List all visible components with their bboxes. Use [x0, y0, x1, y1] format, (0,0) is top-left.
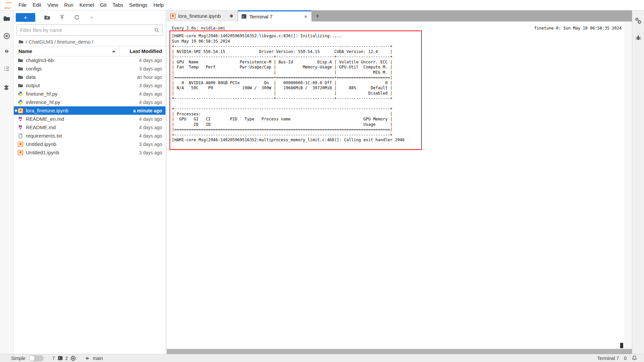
terminal-scrollbar[interactable] — [625, 21, 632, 349]
menu-file[interactable]: File — [15, 0, 30, 10]
file-name: finetune_hf.py — [26, 91, 119, 97]
file-modified: an hour ago — [119, 74, 165, 80]
folder-icon — [17, 66, 23, 71]
terminals-count: 7 — [52, 356, 55, 361]
file-row[interactable]: lora_finetune.ipynba minute ago — [14, 106, 165, 115]
search-icon[interactable] — [154, 28, 159, 33]
menu-git[interactable]: Git — [97, 0, 109, 10]
breadcrumb[interactable]: / ChatGLM3 / finetune_demo / — [18, 38, 163, 45]
running-sessions-icon[interactable] — [3, 33, 10, 40]
markdown-icon: M — [17, 116, 23, 122]
kernels-count: 2 — [65, 356, 68, 361]
python-icon — [17, 99, 23, 105]
running-sessions-status[interactable]: 7 $_ 2 — [52, 356, 76, 361]
menu-kernel[interactable]: Kernel — [77, 0, 97, 10]
terminal-output: [HAMI-core Msg(2946:140205969516352:libv… — [172, 34, 405, 143]
close-tab-icon[interactable]: × — [304, 14, 307, 19]
new-tab-button[interactable]: + — [311, 10, 324, 21]
file-name: Untitled1.ipynb — [26, 150, 119, 155]
menubar-items: FileEditViewRunKernelGitTabsSettingsHelp — [15, 0, 167, 10]
file-list-header: Name Last Modified — [14, 46, 165, 56]
file-name: README.md — [26, 124, 119, 130]
notifications-count: 0 — [624, 356, 627, 361]
jupyter-logo-icon — [4, 1, 13, 10]
file-name: chatglm3-6b — [26, 57, 119, 63]
file-name: output — [26, 83, 119, 88]
kernel-chip-icon — [70, 356, 76, 361]
file-modified: 3 days ago — [119, 66, 165, 71]
file-row[interactable]: Untitled.ipynb3 days ago — [14, 140, 165, 148]
watch-command: Every 2.0s: nvidia-smi — [172, 26, 225, 31]
tab-lora-finetune-ipynb[interactable]: lora_finetune.ipynb — [167, 10, 238, 21]
file-row[interactable]: MREADME.md4 days ago — [14, 123, 165, 132]
simple-mode-label: Simple — [11, 356, 26, 361]
sort-ascending-icon — [112, 50, 115, 52]
file-row[interactable]: finetune_hf.py4 days ago — [14, 90, 165, 98]
svg-text:M: M — [18, 116, 22, 120]
file-icon — [17, 133, 23, 139]
file-modified: 4 days ago — [119, 125, 165, 130]
active-context-label[interactable]: Terminal 7 — [597, 356, 619, 361]
bell-icon[interactable] — [632, 355, 637, 361]
menu-tabs[interactable]: Tabs — [109, 0, 126, 10]
file-name: README_en.md — [26, 116, 119, 122]
folder-icon — [17, 83, 23, 88]
file-row[interactable]: dataan hour ago — [14, 73, 165, 81]
file-row[interactable]: requirements.txt4 days ago — [14, 132, 165, 140]
file-row[interactable]: output3 days ago — [14, 81, 165, 90]
terminal-panel[interactable]: Every 2.0s: nvidia-smi finetune-0: Sun M… — [167, 21, 632, 349]
file-filter-box — [16, 24, 163, 36]
watch-header: Every 2.0s: nvidia-smi finetune-0: Sun M… — [172, 26, 622, 31]
file-modified: 3 days ago — [119, 142, 165, 147]
column-last-modified[interactable]: Last Modified — [120, 48, 165, 54]
notebook-icon — [17, 150, 23, 155]
column-name[interactable]: Name — [14, 48, 119, 54]
git-branch-icon — [85, 356, 90, 361]
git-icon[interactable] — [3, 48, 10, 55]
file-row[interactable]: configs3 days ago — [14, 64, 165, 73]
file-modified: 3 days ago — [119, 150, 165, 155]
folder-icon — [17, 74, 23, 80]
git-branch-status[interactable]: main — [85, 356, 103, 361]
folder-icon — [18, 39, 23, 44]
file-name: Untitled.ipynb — [26, 141, 119, 147]
toggle-knob — [29, 356, 35, 361]
status-bar: Simple 7 $_ 2 main Terminal 7 0 — [0, 354, 644, 362]
file-modified: 4 days ago — [119, 100, 165, 105]
property-inspector-icon[interactable] — [635, 17, 642, 24]
python-icon — [17, 91, 23, 97]
table-of-contents-icon[interactable] — [3, 65, 10, 72]
debugger-bug-icon[interactable] — [635, 35, 641, 41]
file-modified: 4 days ago — [119, 133, 165, 139]
file-row[interactable]: MREADME_en.md4 days ago — [14, 115, 165, 123]
new-folder-icon[interactable] — [44, 14, 50, 21]
svg-text:$_: $_ — [58, 357, 61, 360]
menu-run[interactable]: Run — [61, 0, 77, 10]
extension-manager-icon[interactable] — [3, 84, 10, 91]
file-filter-input[interactable] — [17, 27, 154, 33]
menu-help[interactable]: Help — [150, 0, 167, 10]
file-row[interactable]: inference_hf.py4 days ago — [14, 98, 165, 106]
file-modified: 4 days ago — [119, 58, 165, 63]
simple-mode-toggle[interactable] — [29, 355, 44, 361]
statusbar-right: Terminal 7 0 — [597, 355, 637, 361]
file-name: data — [26, 74, 119, 80]
right-sidebar — [632, 10, 644, 354]
new-launcher-button[interactable]: + — [16, 13, 35, 22]
refresh-icon[interactable] — [74, 14, 80, 20]
menu-edit[interactable]: Edit — [30, 0, 44, 10]
file-browser-icon[interactable] — [3, 15, 10, 22]
notebook-icon — [170, 13, 176, 19]
upload-icon[interactable] — [59, 14, 65, 20]
file-row[interactable]: chatglm3-6b4 days ago — [14, 56, 165, 64]
folder-icon — [17, 57, 23, 63]
menu-view[interactable]: View — [44, 0, 61, 10]
menu-settings[interactable]: Settings — [126, 0, 150, 10]
tab-terminal-7[interactable]: $_ Terminal 7 × — [238, 10, 311, 21]
unsaved-changes-dot — [230, 14, 233, 17]
file-row[interactable]: Untitled1.ipynb3 days ago — [14, 148, 165, 157]
statusbar-left: Simple 7 $_ 2 main — [11, 355, 103, 361]
file-modified: a minute ago — [119, 108, 165, 113]
svg-text:$_: $_ — [242, 15, 246, 18]
left-sidebar — [0, 10, 14, 354]
